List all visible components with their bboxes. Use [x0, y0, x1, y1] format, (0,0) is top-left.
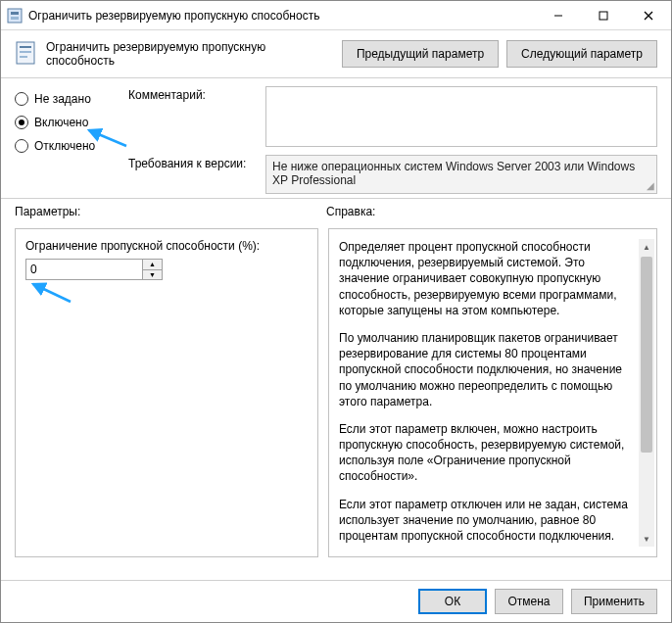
svg-rect-0 [8, 9, 22, 23]
radio-enabled[interactable]: Включено [15, 116, 128, 129]
scroll-down-icon[interactable]: ▼ [639, 531, 654, 547]
titlebar: Ограничить резервируемую пропускную спос… [1, 1, 671, 30]
close-button[interactable] [626, 1, 671, 30]
policy-icon [15, 40, 38, 68]
scroll-up-icon[interactable]: ▲ [639, 239, 654, 255]
spinner-down-button[interactable]: ▼ [143, 270, 162, 280]
radio-disabled[interactable]: Отключено [15, 139, 128, 153]
svg-rect-10 [20, 56, 27, 58]
dialog-footer: ОК Отмена Применить [1, 580, 671, 622]
bandwidth-limit-label: Ограничение пропускной способности (%): [25, 239, 308, 253]
resize-grip-icon: ◢ [647, 180, 654, 191]
window-title: Ограничить резервируемую пропускную спос… [28, 9, 536, 23]
radio-label: Не задано [34, 92, 91, 106]
requirements-label: Требования к версии: [128, 155, 256, 194]
app-icon [7, 8, 23, 24]
requirements-text: Не ниже операционных систем Windows Serv… [272, 160, 635, 187]
apply-button[interactable]: Применить [571, 589, 657, 614]
next-setting-button[interactable]: Следующий параметр [506, 40, 657, 68]
minimize-button[interactable] [536, 1, 581, 30]
state-radios: Не задано Включено Отключено [15, 86, 128, 194]
annotation-arrow-icon [29, 280, 72, 304]
svg-rect-8 [20, 46, 31, 48]
help-section-label: Справка: [326, 205, 375, 218]
svg-line-12 [33, 284, 71, 302]
help-scrollbar[interactable]: ▲ ▼ [639, 239, 654, 547]
bandwidth-limit-input[interactable] [26, 260, 142, 279]
comment-label: Комментарий: [128, 86, 256, 147]
spinner-up-button[interactable]: ▲ [143, 260, 162, 270]
svg-rect-4 [600, 12, 607, 20]
header-title: Ограничить резервируемую пропускную спос… [46, 40, 334, 68]
requirements-box: Не ниже операционных систем Windows Serv… [265, 155, 657, 194]
scroll-thumb[interactable] [641, 257, 652, 453]
header: Ограничить резервируемую пропускную спос… [1, 30, 671, 78]
bandwidth-limit-spinner[interactable]: ▲ ▼ [25, 259, 163, 280]
svg-rect-9 [20, 51, 31, 53]
params-panel: Ограничение пропускной способности (%): … [15, 228, 318, 557]
help-panel: Определяет процент пропускной способност… [328, 228, 657, 557]
radio-not-configured[interactable]: Не задано [15, 92, 128, 106]
radio-label: Отключено [34, 139, 95, 153]
maximize-button[interactable] [581, 1, 626, 30]
svg-rect-2 [11, 17, 19, 20]
cancel-button[interactable]: Отмена [495, 589, 563, 614]
svg-rect-1 [11, 12, 19, 15]
help-text: Определяет процент пропускной способност… [339, 239, 647, 547]
ok-button[interactable]: ОК [418, 589, 487, 614]
previous-setting-button[interactable]: Предыдущий параметр [342, 40, 499, 68]
comment-textarea[interactable] [265, 86, 657, 147]
params-section-label: Параметры: [15, 205, 326, 218]
radio-label: Включено [34, 116, 88, 129]
